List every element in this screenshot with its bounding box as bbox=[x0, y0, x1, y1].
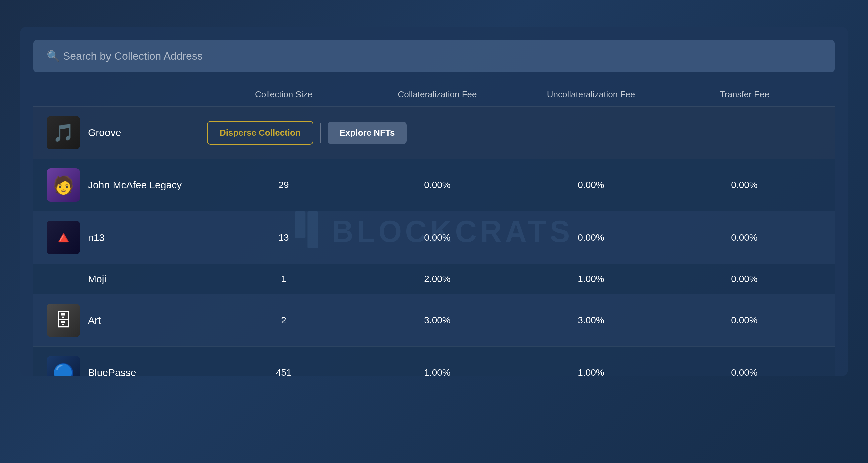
explore-nfts-button[interactable]: Explore NFTs bbox=[328, 122, 407, 144]
groove-actions: Disperse Collection Explore NFTs bbox=[207, 121, 821, 145]
uncollateralization-fee-john: 0.00% bbox=[514, 180, 668, 191]
table-row: 🧑 John McAfee Legacy 29 0.00% 0.00% 0.00… bbox=[33, 159, 835, 211]
collateralization-fee-john: 0.00% bbox=[361, 180, 514, 191]
uncollateralization-fee-blue: 1.00% bbox=[514, 368, 668, 376]
collateralization-fee-art: 3.00% bbox=[361, 315, 514, 326]
transfer-fee-n13: 0.00% bbox=[668, 232, 821, 243]
uncollateralization-fee-art: 3.00% bbox=[514, 315, 668, 326]
uncollateralization-fee-moji: 1.00% bbox=[514, 273, 668, 284]
collateralization-fee-moji: 2.00% bbox=[361, 273, 514, 284]
row-identity-n13: 🔺 n13 bbox=[47, 221, 207, 254]
header-uncollateralization-fee: Uncollateralization Fee bbox=[514, 89, 668, 99]
table-header: Collection Size Collateralization Fee Un… bbox=[33, 86, 835, 106]
header-name bbox=[47, 89, 207, 99]
collection-name-moji: Moji bbox=[88, 273, 106, 285]
main-container: Collection Size Collateralization Fee Un… bbox=[20, 27, 848, 376]
transfer-fee-blue: 0.00% bbox=[668, 368, 821, 376]
row-identity-john: 🧑 John McAfee Legacy bbox=[47, 168, 207, 202]
table-row: 🔵 BluePasse 451 1.00% 1.00% 0.00% bbox=[33, 346, 835, 376]
collection-name-groove: Groove bbox=[88, 127, 121, 138]
table-row: Moji 1 2.00% 1.00% 0.00% bbox=[33, 264, 835, 294]
transfer-fee-art: 0.00% bbox=[668, 315, 821, 326]
uncollateralization-fee-n13: 0.00% bbox=[514, 232, 668, 243]
collection-size-blue: 451 bbox=[207, 368, 361, 376]
collection-name-john: John McAfee Legacy bbox=[88, 179, 182, 191]
collection-name-art: Art bbox=[88, 315, 101, 326]
collection-size-art: 2 bbox=[207, 315, 361, 326]
header-collateralization-fee: Collateralization Fee bbox=[361, 89, 514, 99]
nft-thumbnail-n13: 🔺 bbox=[47, 221, 80, 254]
nft-thumbnail-john: 🧑 bbox=[47, 168, 80, 202]
header-transfer-fee: Transfer Fee bbox=[668, 89, 821, 99]
nft-thumbnail-art: 🗄 bbox=[47, 303, 80, 337]
collateralization-fee-blue: 1.00% bbox=[361, 368, 514, 376]
button-divider bbox=[320, 123, 321, 143]
nft-thumbnail-blue: 🔵 bbox=[47, 356, 80, 376]
collection-size-moji: 1 bbox=[207, 273, 361, 284]
disperse-collection-button[interactable]: Disperse Collection bbox=[207, 121, 313, 145]
search-input[interactable] bbox=[33, 40, 835, 73]
collection-name-n13: n13 bbox=[88, 232, 105, 243]
table-row: 🎵 Groove Disperse Collection Explore NFT… bbox=[33, 106, 835, 159]
row-identity-art: 🗄 Art bbox=[47, 303, 207, 337]
collection-size-john: 29 bbox=[207, 180, 361, 191]
nft-thumbnail-groove: 🎵 bbox=[47, 116, 80, 149]
table-row: 🗄 Art 2 3.00% 3.00% 0.00% bbox=[33, 294, 835, 346]
row-identity-groove: 🎵 Groove bbox=[47, 116, 207, 149]
row-identity-moji: Moji bbox=[47, 273, 207, 285]
collateralization-fee-n13: 0.00% bbox=[361, 232, 514, 243]
table-row: 🔺 n13 13 0.00% 0.00% 0.00% bbox=[33, 211, 835, 264]
header-collection-size: Collection Size bbox=[207, 89, 361, 99]
transfer-fee-john: 0.00% bbox=[668, 180, 821, 191]
row-identity-blue: 🔵 BluePasse bbox=[47, 356, 207, 376]
collection-name-blue: BluePasse bbox=[88, 367, 136, 376]
transfer-fee-moji: 0.00% bbox=[668, 273, 821, 284]
collection-size-n13: 13 bbox=[207, 232, 361, 243]
